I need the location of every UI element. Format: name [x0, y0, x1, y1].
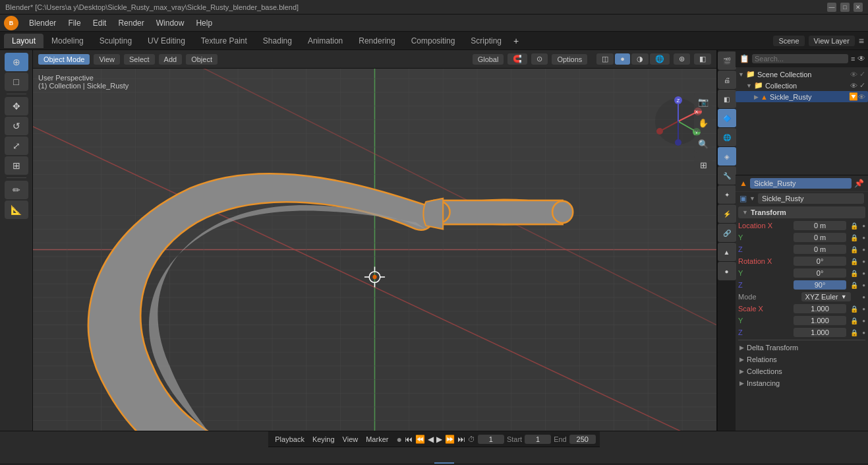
- prop-tab-view-layer[interactable]: ◧: [718, 90, 736, 108]
- tab-modeling[interactable]: Modeling: [43, 34, 92, 48]
- menu-file[interactable]: File: [63, 17, 86, 29]
- material-preview-button[interactable]: ◑: [631, 53, 649, 65]
- tab-uv-editing[interactable]: UV Editing: [140, 34, 193, 48]
- add-menu[interactable]: Add: [159, 54, 183, 65]
- tool-cursor[interactable]: ⊕: [5, 53, 28, 71]
- scale-z-value[interactable]: 1.000: [794, 328, 846, 337]
- collections-row[interactable]: ▶ Collections: [736, 365, 868, 377]
- xray-button[interactable]: ◧: [694, 53, 711, 65]
- outliner-eye-icon[interactable]: 👁: [857, 54, 865, 63]
- lock-sy-icon[interactable]: 🔒: [850, 317, 858, 325]
- mode-selector[interactable]: Object Mode: [38, 54, 90, 65]
- close-button[interactable]: ✕: [854, 3, 863, 12]
- rotation-mode-dropdown[interactable]: XYZ Euler ▼: [801, 292, 851, 301]
- prop-tab-output[interactable]: 🖨: [718, 71, 736, 89]
- tab-layout[interactable]: Layout: [4, 34, 43, 48]
- prop-tab-physics[interactable]: ⚡: [718, 204, 736, 223]
- dot-rz-icon[interactable]: ●: [862, 282, 865, 288]
- dot-sx-icon[interactable]: ●: [862, 306, 865, 312]
- tab-texture-paint[interactable]: Texture Paint: [193, 34, 255, 48]
- proportional-edit[interactable]: ⊙: [531, 53, 548, 65]
- prop-tab-modifier[interactable]: 🔧: [718, 166, 736, 185]
- tool-transform[interactable]: ⊞: [5, 156, 28, 175]
- menu-blender[interactable]: Blender: [24, 17, 61, 29]
- tool-move[interactable]: ✥: [5, 97, 28, 115]
- playback-btn[interactable]: Playback: [272, 435, 307, 443]
- instancing-row[interactable]: ▶ Instancing: [736, 377, 868, 389]
- scale-x-value[interactable]: 1.000: [794, 304, 846, 313]
- record-button[interactable]: ●: [396, 434, 401, 445]
- tool-scale[interactable]: ⤢: [5, 137, 28, 155]
- prop-tab-object[interactable]: ◈: [718, 147, 736, 166]
- outliner-search-input[interactable]: [752, 54, 848, 63]
- maximize-button[interactable]: □: [840, 3, 850, 12]
- keying-btn[interactable]: Keying: [310, 435, 337, 443]
- end-frame-display[interactable]: 250: [569, 435, 596, 444]
- tool-measure[interactable]: 📐: [5, 201, 28, 219]
- prop-tab-data[interactable]: ▲: [718, 243, 736, 261]
- prop-tab-particles[interactable]: ✦: [718, 185, 736, 204]
- dot-y-icon[interactable]: ●: [862, 235, 865, 241]
- outliner-filter-button[interactable]: ≡: [851, 55, 855, 63]
- location-y-value[interactable]: 0 m: [794, 233, 846, 242]
- viewlayer-selector[interactable]: View Layer: [809, 36, 855, 46]
- snap-toggle[interactable]: 🧲: [507, 53, 527, 65]
- scene-collection-eye[interactable]: 👁: [850, 71, 857, 78]
- start-frame-display[interactable]: 1: [525, 435, 551, 444]
- menu-help[interactable]: Help: [190, 17, 217, 29]
- collection-eye[interactable]: 👁: [850, 82, 857, 90]
- transform-orientation[interactable]: Global: [473, 54, 504, 65]
- rotation-x-value[interactable]: 0°: [794, 257, 846, 266]
- rotation-z-value[interactable]: 90°: [794, 280, 846, 290]
- solid-button[interactable]: ●: [615, 53, 630, 65]
- lock-rz-icon[interactable]: 🔒: [850, 282, 858, 289]
- dot-x-icon[interactable]: ●: [862, 223, 865, 229]
- dot-mode-icon[interactable]: ●: [862, 294, 865, 300]
- viewport-canvas[interactable]: User Perspective (1) Collection | Sickle…: [33, 69, 716, 431]
- relations-row[interactable]: ▶ Relations: [736, 354, 868, 365]
- sickle-filter-icon[interactable]: 🔽: [849, 92, 858, 101]
- sickle-rusty-row[interactable]: ▶ ▲ Sickle_Rusty 🔽 👁: [736, 91, 868, 102]
- menu-window[interactable]: Window: [151, 17, 190, 29]
- step-back-button[interactable]: ⏪: [415, 435, 425, 444]
- tool-annotate[interactable]: ✏: [5, 181, 28, 199]
- prop-tab-render[interactable]: 🎬: [718, 51, 736, 70]
- menu-edit[interactable]: Edit: [88, 17, 112, 29]
- zoom-button[interactable]: 🔍: [694, 135, 712, 153]
- tab-rendering[interactable]: Rendering: [351, 34, 403, 48]
- delta-transform-row[interactable]: ▶ Delta Transform: [736, 342, 868, 354]
- location-x-value[interactable]: 0 m: [794, 221, 846, 230]
- add-workspace-button[interactable]: +: [509, 36, 523, 46]
- current-frame-display[interactable]: 1: [478, 435, 504, 444]
- wireframe-button[interactable]: ◫: [596, 53, 614, 65]
- tab-scripting[interactable]: Scripting: [463, 34, 509, 48]
- tab-shading[interactable]: Shading: [255, 34, 300, 48]
- view-menu[interactable]: View: [94, 54, 120, 65]
- dot-sy-icon[interactable]: ●: [862, 318, 865, 324]
- object-name-display[interactable]: Sickle_Rusty: [750, 178, 852, 189]
- collection-row[interactable]: ▼ 📁 Collection 👁 ✓: [736, 80, 868, 91]
- tool-select-box[interactable]: □: [5, 73, 28, 91]
- menu-render[interactable]: Render: [113, 17, 149, 29]
- overlay-button[interactable]: ⊛: [674, 53, 690, 65]
- dot-ry-icon[interactable]: ●: [862, 270, 865, 276]
- minimize-button[interactable]: —: [827, 3, 836, 12]
- rendered-button[interactable]: 🌐: [650, 53, 670, 65]
- tool-rotate[interactable]: ↺: [5, 117, 28, 135]
- mesh-name-display[interactable]: Sickle_Rusty: [758, 193, 864, 204]
- filter-icon[interactable]: ≡: [859, 36, 864, 46]
- lock-z-icon[interactable]: 🔒: [850, 246, 858, 253]
- marker-btn[interactable]: Marker: [363, 435, 391, 443]
- dot-rx-icon[interactable]: ●: [862, 259, 865, 264]
- options-button[interactable]: Options: [552, 54, 587, 65]
- lock-sx-icon[interactable]: 🔒: [850, 305, 858, 313]
- scene-collection-row[interactable]: ▼ 📁 Scene Collection 👁 ✓: [736, 69, 868, 80]
- transform-section-header[interactable]: ▼ Transform: [738, 206, 865, 218]
- tab-animation[interactable]: Animation: [300, 34, 351, 48]
- jump-to-start-button[interactable]: ⏮: [405, 435, 413, 444]
- object-menu[interactable]: Object: [186, 54, 217, 65]
- prop-tab-constraints[interactable]: 🔗: [718, 224, 736, 242]
- step-forward-button[interactable]: ⏩: [445, 435, 455, 444]
- dot-z-icon[interactable]: ●: [862, 247, 865, 253]
- 3d-viewport[interactable]: Object Mode View Select Add Object Globa…: [33, 50, 716, 431]
